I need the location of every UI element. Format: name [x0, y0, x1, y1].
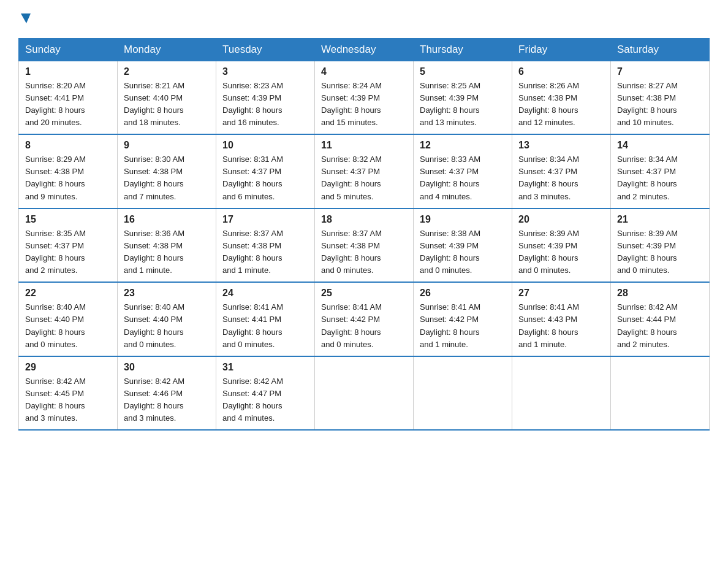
- calendar-cell: 28Sunrise: 8:42 AMSunset: 4:44 PMDayligh…: [611, 282, 710, 356]
- calendar-table: SundayMondayTuesdayWednesdayThursdayFrid…: [18, 38, 710, 431]
- calendar-cell: 22Sunrise: 8:40 AMSunset: 4:40 PMDayligh…: [19, 282, 118, 356]
- day-number: 22: [25, 288, 111, 299]
- day-info: Sunrise: 8:24 AMSunset: 4:39 PMDaylight:…: [321, 81, 382, 127]
- day-number: 30: [124, 362, 210, 373]
- calendar-cell: 21Sunrise: 8:39 AMSunset: 4:39 PMDayligh…: [611, 209, 710, 283]
- day-number: 7: [617, 66, 703, 77]
- calendar-cell: [414, 356, 512, 431]
- day-info: Sunrise: 8:27 AMSunset: 4:38 PMDaylight:…: [617, 81, 678, 127]
- calendar-cell: 13Sunrise: 8:34 AMSunset: 4:37 PMDayligh…: [512, 134, 611, 209]
- calendar-cell: 5Sunrise: 8:25 AMSunset: 4:39 PMDaylight…: [414, 61, 512, 134]
- day-number: 17: [222, 214, 308, 225]
- day-info: Sunrise: 8:42 AMSunset: 4:45 PMDaylight:…: [25, 377, 86, 423]
- svg-marker-0: [21, 13, 31, 23]
- day-info: Sunrise: 8:37 AMSunset: 4:38 PMDaylight:…: [222, 229, 283, 275]
- calendar-cell: 24Sunrise: 8:41 AMSunset: 4:41 PMDayligh…: [216, 282, 315, 356]
- day-info: Sunrise: 8:30 AMSunset: 4:38 PMDaylight:…: [124, 155, 184, 201]
- weekday-header-tuesday: Tuesday: [216, 38, 315, 61]
- day-info: Sunrise: 8:42 AMSunset: 4:47 PMDaylight:…: [222, 377, 283, 423]
- day-info: Sunrise: 8:29 AMSunset: 4:38 PMDaylight:…: [25, 155, 86, 201]
- day-info: Sunrise: 8:20 AMSunset: 4:41 PMDaylight:…: [25, 81, 86, 127]
- day-number: 3: [222, 66, 308, 77]
- day-number: 10: [222, 140, 308, 151]
- calendar-cell: 10Sunrise: 8:31 AMSunset: 4:37 PMDayligh…: [216, 134, 315, 209]
- day-number: 29: [25, 362, 111, 373]
- weekday-header-saturday: Saturday: [611, 38, 710, 61]
- day-number: 19: [420, 214, 506, 225]
- week-row-3: 15Sunrise: 8:35 AMSunset: 4:37 PMDayligh…: [19, 209, 710, 283]
- page-header: [18, 12, 710, 27]
- calendar-cell: 26Sunrise: 8:41 AMSunset: 4:42 PMDayligh…: [414, 282, 512, 356]
- week-row-2: 8Sunrise: 8:29 AMSunset: 4:38 PMDaylight…: [19, 134, 710, 209]
- calendar-cell: 20Sunrise: 8:39 AMSunset: 4:39 PMDayligh…: [512, 209, 611, 283]
- day-number: 13: [518, 140, 604, 151]
- calendar-cell: 3Sunrise: 8:23 AMSunset: 4:39 PMDaylight…: [216, 61, 315, 134]
- week-row-1: 1Sunrise: 8:20 AMSunset: 4:41 PMDaylight…: [19, 61, 710, 134]
- calendar-cell: 23Sunrise: 8:40 AMSunset: 4:40 PMDayligh…: [118, 282, 216, 356]
- day-number: 18: [321, 214, 407, 225]
- day-info: Sunrise: 8:31 AMSunset: 4:37 PMDaylight:…: [222, 155, 283, 201]
- day-info: Sunrise: 8:41 AMSunset: 4:43 PMDaylight:…: [518, 302, 579, 348]
- calendar-cell: 12Sunrise: 8:33 AMSunset: 4:37 PMDayligh…: [414, 134, 512, 209]
- day-info: Sunrise: 8:42 AMSunset: 4:44 PMDaylight:…: [617, 302, 678, 348]
- calendar-cell: 31Sunrise: 8:42 AMSunset: 4:47 PMDayligh…: [216, 356, 315, 431]
- weekday-header-row: SundayMondayTuesdayWednesdayThursdayFrid…: [19, 38, 710, 61]
- day-info: Sunrise: 8:41 AMSunset: 4:41 PMDaylight:…: [222, 302, 283, 348]
- day-info: Sunrise: 8:37 AMSunset: 4:38 PMDaylight:…: [321, 229, 382, 275]
- calendar-cell: [611, 356, 710, 431]
- calendar-cell: 30Sunrise: 8:42 AMSunset: 4:46 PMDayligh…: [118, 356, 216, 431]
- week-row-4: 22Sunrise: 8:40 AMSunset: 4:40 PMDayligh…: [19, 282, 710, 356]
- week-row-5: 29Sunrise: 8:42 AMSunset: 4:45 PMDayligh…: [19, 356, 710, 431]
- calendar-cell: 2Sunrise: 8:21 AMSunset: 4:40 PMDaylight…: [118, 61, 216, 134]
- day-info: Sunrise: 8:35 AMSunset: 4:37 PMDaylight:…: [25, 229, 86, 275]
- day-number: 28: [617, 288, 703, 299]
- day-info: Sunrise: 8:38 AMSunset: 4:39 PMDaylight:…: [420, 229, 480, 275]
- calendar-cell: 1Sunrise: 8:20 AMSunset: 4:41 PMDaylight…: [19, 61, 118, 134]
- calendar-cell: 29Sunrise: 8:42 AMSunset: 4:45 PMDayligh…: [19, 356, 118, 431]
- calendar-cell: 27Sunrise: 8:41 AMSunset: 4:43 PMDayligh…: [512, 282, 611, 356]
- day-number: 15: [25, 214, 111, 225]
- day-info: Sunrise: 8:40 AMSunset: 4:40 PMDaylight:…: [124, 302, 184, 348]
- day-info: Sunrise: 8:32 AMSunset: 4:37 PMDaylight:…: [321, 155, 382, 201]
- day-number: 16: [124, 214, 210, 225]
- day-number: 20: [518, 214, 604, 225]
- day-info: Sunrise: 8:33 AMSunset: 4:37 PMDaylight:…: [420, 155, 480, 201]
- calendar-cell: 8Sunrise: 8:29 AMSunset: 4:38 PMDaylight…: [19, 134, 118, 209]
- day-info: Sunrise: 8:41 AMSunset: 4:42 PMDaylight:…: [420, 302, 480, 348]
- day-number: 9: [124, 140, 210, 151]
- weekday-header-friday: Friday: [512, 38, 611, 61]
- logo: [18, 12, 33, 27]
- day-number: 8: [25, 140, 111, 151]
- calendar-cell: 17Sunrise: 8:37 AMSunset: 4:38 PMDayligh…: [216, 209, 315, 283]
- day-number: 27: [518, 288, 604, 299]
- calendar-cell: 16Sunrise: 8:36 AMSunset: 4:38 PMDayligh…: [118, 209, 216, 283]
- day-number: 5: [420, 66, 506, 77]
- day-number: 31: [222, 362, 308, 373]
- day-info: Sunrise: 8:23 AMSunset: 4:39 PMDaylight:…: [222, 81, 283, 127]
- day-number: 21: [617, 214, 703, 225]
- weekday-header-wednesday: Wednesday: [315, 38, 414, 61]
- calendar-cell: 14Sunrise: 8:34 AMSunset: 4:37 PMDayligh…: [611, 134, 710, 209]
- day-number: 23: [124, 288, 210, 299]
- calendar-cell: 25Sunrise: 8:41 AMSunset: 4:42 PMDayligh…: [315, 282, 414, 356]
- day-number: 12: [420, 140, 506, 151]
- calendar-cell: 9Sunrise: 8:30 AMSunset: 4:38 PMDaylight…: [118, 134, 216, 209]
- day-info: Sunrise: 8:36 AMSunset: 4:38 PMDaylight:…: [124, 229, 184, 275]
- day-number: 6: [518, 66, 604, 77]
- weekday-header-thursday: Thursday: [414, 38, 512, 61]
- day-number: 11: [321, 140, 407, 151]
- day-info: Sunrise: 8:21 AMSunset: 4:40 PMDaylight:…: [124, 81, 184, 127]
- calendar-cell: 18Sunrise: 8:37 AMSunset: 4:38 PMDayligh…: [315, 209, 414, 283]
- day-number: 2: [124, 66, 210, 77]
- day-info: Sunrise: 8:39 AMSunset: 4:39 PMDaylight:…: [617, 229, 678, 275]
- calendar-cell: 7Sunrise: 8:27 AMSunset: 4:38 PMDaylight…: [611, 61, 710, 134]
- calendar-cell: 15Sunrise: 8:35 AMSunset: 4:37 PMDayligh…: [19, 209, 118, 283]
- calendar-cell: [315, 356, 414, 431]
- calendar-cell: [512, 356, 611, 431]
- weekday-header-monday: Monday: [118, 38, 216, 61]
- calendar-cell: 4Sunrise: 8:24 AMSunset: 4:39 PMDaylight…: [315, 61, 414, 134]
- day-number: 4: [321, 66, 407, 77]
- calendar-cell: 11Sunrise: 8:32 AMSunset: 4:37 PMDayligh…: [315, 134, 414, 209]
- day-info: Sunrise: 8:39 AMSunset: 4:39 PMDaylight:…: [518, 229, 579, 275]
- day-number: 24: [222, 288, 308, 299]
